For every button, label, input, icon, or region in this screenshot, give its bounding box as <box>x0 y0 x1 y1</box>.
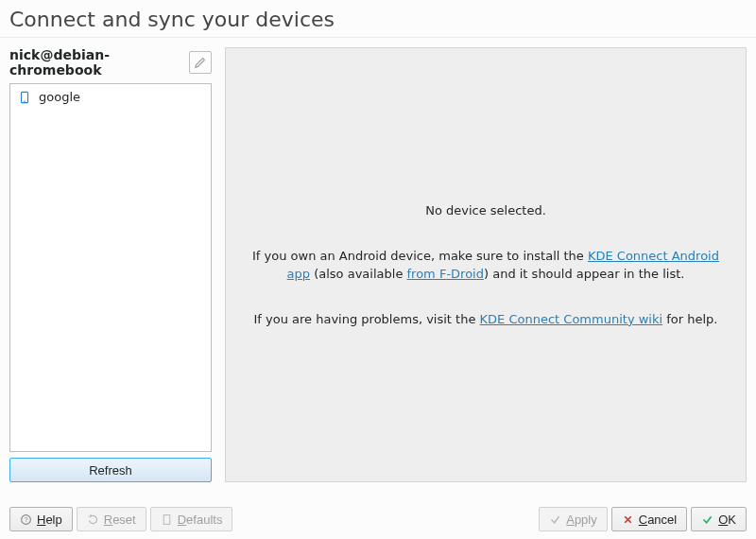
document-icon <box>161 513 173 526</box>
check-icon <box>701 513 713 526</box>
pencil-icon <box>194 56 207 69</box>
label: OK <box>718 513 736 527</box>
label: Cancel <box>639 513 677 527</box>
device-list[interactable]: google <box>9 83 212 452</box>
page-title: Connect and sync your devices <box>9 8 747 31</box>
left-panel: nick@debian-chromebook google Refresh <box>9 47 212 482</box>
edit-hostname-button[interactable] <box>189 51 212 74</box>
title-bar: Connect and sync your devices <box>0 0 756 38</box>
svg-text:?: ? <box>24 515 27 524</box>
cancel-button[interactable]: Cancel <box>611 507 687 531</box>
text: ) and it should appear in the list. <box>484 267 684 281</box>
label: Help <box>37 513 62 527</box>
svg-point-1 <box>24 100 26 102</box>
device-name: google <box>39 90 80 104</box>
text: for help. <box>662 312 717 326</box>
check-icon <box>549 513 561 526</box>
detail-panel: No device selected. If you own an Androi… <box>225 47 747 482</box>
apply-button: Apply <box>539 507 608 531</box>
button-bar: ? Help Reset Defaults Apply Cancel OK <box>9 507 747 531</box>
no-device-message: No device selected. <box>425 201 546 220</box>
community-wiki-link[interactable]: KDE Connect Community wiki <box>480 312 663 326</box>
undo-icon <box>87 513 99 526</box>
text: If you are having problems, visit the <box>254 312 480 326</box>
help-message: If you are having problems, visit the KD… <box>254 310 718 329</box>
close-icon <box>622 513 634 526</box>
fdroid-link[interactable]: from F-Droid <box>407 267 484 281</box>
label: Apply <box>566 513 597 527</box>
refresh-button[interactable]: Refresh <box>9 458 212 482</box>
text: (also available <box>310 267 406 281</box>
defaults-button: Defaults <box>150 507 233 531</box>
reset-button: Reset <box>77 507 146 531</box>
help-icon: ? <box>20 513 32 526</box>
ok-button[interactable]: OK <box>691 507 747 531</box>
label: Reset <box>104 513 136 527</box>
hostname-label: nick@debian-chromebook <box>9 47 183 78</box>
smartphone-icon <box>18 91 31 104</box>
device-item[interactable]: google <box>10 88 211 106</box>
android-message: If you own an Android device, make sure … <box>243 247 729 284</box>
main-area: nick@debian-chromebook google Refresh No… <box>0 38 756 488</box>
text: If you own an Android device, make sure … <box>252 249 588 263</box>
label: Defaults <box>178 513 223 527</box>
svg-rect-4 <box>163 514 170 524</box>
help-button[interactable]: ? Help <box>9 507 73 531</box>
hostname-row: nick@debian-chromebook <box>9 47 212 78</box>
